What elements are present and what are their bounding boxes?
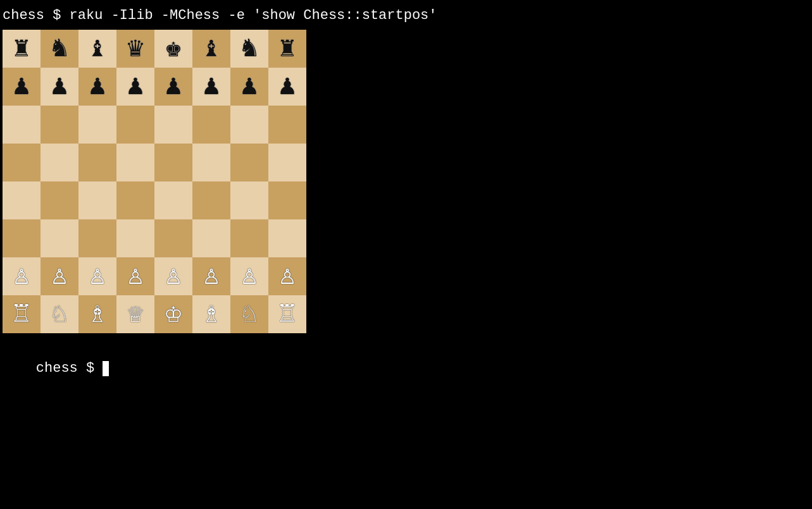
command-line: chess $ raku -Ilib -MChess -e 'show Ches… [0,5,812,27]
chess-piece: ♝ [203,35,220,63]
board-cell [3,144,41,181]
board-cell [3,181,41,219]
chess-piece: ♙ [203,262,220,290]
chess-piece: ♙ [127,262,144,290]
board-cell: ♙ [3,257,41,295]
board-cell: ♗ [78,295,116,333]
chess-piece: ♙ [279,262,296,290]
board-cell [154,106,192,144]
board-cell [154,219,192,257]
chess-piece: ♔ [165,300,182,328]
chess-piece: ♞ [51,35,68,63]
board-cell [268,144,306,181]
chess-piece: ♗ [89,300,106,328]
board-cell: ♝ [192,30,230,68]
board-cell [3,219,41,257]
chess-piece: ♗ [203,300,220,328]
board-cell [192,181,230,219]
board-cell: ♟ [41,68,78,106]
chess-board: ♜♞♝♛♚♝♞♜♟♟♟♟♟♟♟♟♙♙♙♙♙♙♙♙♖♘♗♕♔♗♘♖ [3,30,306,333]
chess-piece: ♟ [127,73,144,101]
chess-piece: ♙ [13,262,30,290]
board-cell [3,106,41,144]
board-cell [116,106,154,144]
chess-piece: ♙ [241,262,258,290]
chess-piece: ♘ [241,300,258,328]
board-cell: ♟ [154,68,192,106]
chess-piece: ♟ [51,73,68,101]
board-cell [41,219,78,257]
board-cell [41,106,78,144]
board-cell: ♙ [78,257,116,295]
board-cell [41,181,78,219]
board-cell: ♟ [230,68,268,106]
board-cell: ♖ [268,295,306,333]
board-cell: ♙ [116,257,154,295]
board-cell [78,181,116,219]
board-cell [230,181,268,219]
chess-piece: ♘ [51,300,68,328]
board-cell [41,144,78,181]
chess-piece: ♛ [127,35,144,63]
chess-piece: ♝ [89,35,106,63]
board-cell: ♗ [192,295,230,333]
board-cell: ♖ [3,295,41,333]
chess-board-container: ♜♞♝♛♚♝♞♜♟♟♟♟♟♟♟♟♙♙♙♙♙♙♙♙♖♘♗♕♔♗♘♖ [3,30,306,333]
board-cell: ♟ [268,68,306,106]
board-cell: ♙ [154,257,192,295]
board-cell: ♘ [230,295,268,333]
chess-piece: ♙ [89,262,106,290]
board-cell [78,144,116,181]
board-cell [192,144,230,181]
chess-piece: ♟ [13,73,30,101]
board-cell [116,181,154,219]
chess-piece: ♟ [89,73,106,101]
chess-piece: ♖ [279,300,296,328]
chess-piece: ♞ [241,35,258,63]
chess-piece: ♟ [203,73,220,101]
board-cell: ♕ [116,295,154,333]
prompt-line[interactable]: chess $ [0,336,812,401]
board-cell [78,106,116,144]
board-cell [230,144,268,181]
board-cell: ♟ [116,68,154,106]
chess-piece: ♚ [165,35,182,63]
board-cell [154,144,192,181]
cursor [103,361,109,376]
board-cell [230,219,268,257]
chess-piece: ♙ [51,262,68,290]
chess-piece: ♜ [279,35,296,63]
board-cell: ♟ [78,68,116,106]
chess-piece: ♙ [165,262,182,290]
board-cell [192,219,230,257]
chess-piece: ♟ [241,73,258,101]
chess-piece: ♖ [13,300,30,328]
board-cell: ♙ [230,257,268,295]
board-cell [268,106,306,144]
board-cell: ♜ [3,30,41,68]
board-cell: ♞ [41,30,78,68]
board-cell: ♔ [154,295,192,333]
chess-piece: ♟ [165,73,182,101]
board-cell [192,106,230,144]
board-cell: ♛ [116,30,154,68]
prompt-text: chess $ [36,360,103,376]
board-cell: ♜ [268,30,306,68]
chess-piece: ♜ [13,35,30,63]
board-cell [154,181,192,219]
board-cell [230,106,268,144]
board-cell [116,144,154,181]
board-cell: ♞ [230,30,268,68]
board-cell [268,219,306,257]
chess-piece: ♟ [279,73,296,101]
board-cell: ♝ [78,30,116,68]
board-cell [268,181,306,219]
board-cell [116,219,154,257]
chess-piece: ♕ [127,300,144,328]
board-cell: ♟ [3,68,41,106]
board-cell: ♘ [41,295,78,333]
board-cell: ♙ [268,257,306,295]
board-cell: ♙ [41,257,78,295]
board-cell: ♚ [154,30,192,68]
board-cell [78,219,116,257]
